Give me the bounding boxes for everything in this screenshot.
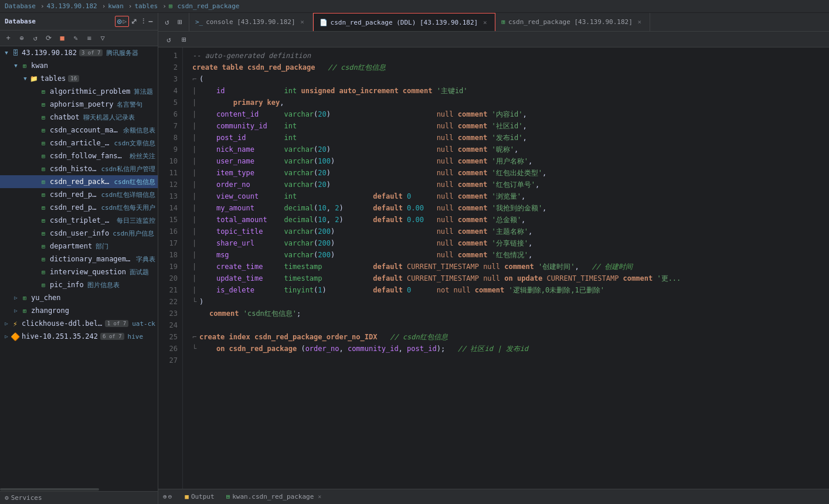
folder-name: tables — [40, 74, 66, 83]
expand-chevron[interactable]: ▼ — [21, 74, 29, 83]
table-icon: ⊞ — [39, 216, 48, 225]
run-btn[interactable]: ↺ — [163, 33, 175, 45]
tab-console[interactable]: >_ console [43.139.90.182] × — [189, 13, 313, 31]
table-item[interactable]: ▷ ⊞ chatbot 聊天机器人记录表 — [0, 111, 158, 124]
table-item[interactable]: ▷ ⊞ csdn_user_info csdn用户信息 — [0, 227, 158, 240]
expand-chevron[interactable]: ▼ — [2, 49, 11, 57]
services-bar: ⚙ Services — [0, 491, 158, 504]
code-line-8: | post_id int null comment '发布id', — [192, 132, 829, 144]
expand-chevron[interactable]: ▷ — [2, 332, 11, 340]
table-item[interactable]: ▷ ⊞ interview_question 面试题 — [0, 265, 158, 278]
tab-close-console[interactable]: × — [298, 18, 307, 26]
table-item[interactable]: ▷ ⊞ pic_info 图片信息表 — [0, 278, 158, 291]
data-icon: ⊞ — [501, 18, 505, 26]
code-line-26: └ on csdn_red_package (order_no, communi… — [192, 343, 829, 355]
panel-contract-btn[interactable]: ⊖ — [168, 493, 172, 500]
services-label: Services — [11, 494, 42, 502]
table-item[interactable]: ▷ ⊞ csdn_follow_fans_info 粉丝关注 — [0, 149, 158, 162]
refresh-tab-btn[interactable]: ↺ — [162, 17, 172, 28]
code-line-25: ⌐create index csdn_red_package_order_no_… — [192, 331, 829, 343]
code-line-1: -- auto-generated definition — [192, 50, 829, 62]
view-btn[interactable]: ≡ — [83, 32, 95, 44]
table-icon: ⊞ — [39, 113, 48, 122]
hive-icon: 🔶 — [11, 332, 20, 341]
schema-zhangrong[interactable]: ▷ ⊞ zhangrong — [0, 304, 158, 317]
conn-badge: 6 of 7 — [100, 333, 124, 340]
code-line-3: ⌐( — [192, 73, 829, 85]
connection-desc: 腾讯服务器 — [106, 49, 138, 57]
tab-close-data[interactable]: × — [636, 18, 644, 26]
table-icon: ⊞ — [39, 254, 48, 264]
expand-chevron[interactable]: ▷ — [2, 319, 11, 328]
table-item[interactable]: ▷ ⊞ csdn_history_session csdn私信用户管理 — [0, 162, 158, 175]
breadcrumb-db: Database — [5, 2, 36, 10]
table-icon: ⊞ — [39, 190, 48, 199]
tab-label: console [43.139.90.182] — [206, 18, 295, 26]
tab-data[interactable]: ⊞ csdn_red_package [43.139.90.182] × — [495, 13, 650, 31]
expand-chevron[interactable]: ▷ — [12, 307, 20, 315]
code-content[interactable]: -- auto-generated definition create tabl… — [183, 47, 829, 489]
tab-bar: ↺ ⊞ >_ console [43.139.90.182] × 📄 csdn_… — [158, 13, 829, 32]
sidebar: Database ⊙ ▷ ⤢ ⋮ − + ⊕ ↺ ⟳ ■ ✎ ≡ ▽ — [0, 13, 158, 504]
code-line-2: create table csdn_red_package // csdn红包信… — [192, 62, 829, 73]
table-item[interactable]: ▷ ⊞ csdn_red_package_detail_info csdn红包详… — [0, 188, 158, 201]
schema-yu-chen[interactable]: ▷ ⊞ yu_chen — [0, 291, 158, 304]
line-numbers: 12345 678910 1112131415 1617181920 21222… — [158, 47, 183, 489]
minimize-icon[interactable]: − — [148, 17, 153, 26]
more-icon[interactable]: ⋮ — [140, 18, 147, 25]
table-item-selected[interactable]: ▷ ⊞ csdn_red_package csdn红包信息 — [0, 175, 158, 188]
code-line-16: | topic_title varchar(200) null comment … — [192, 226, 829, 237]
refresh-btn[interactable]: ↺ — [29, 32, 41, 44]
table-item[interactable]: ▷ ⊞ csdn_red_package_total_rank_info csd… — [0, 201, 158, 214]
connection-item-1[interactable]: ▼ 🗄 43.139.90.182 3 of 7 腾讯服务器 — [0, 46, 158, 59]
breadcrumb-table: ⊞ csdn_red_package — [169, 2, 240, 10]
schema-icon: ⊞ — [20, 306, 29, 315]
table-icon: ⊞ — [39, 164, 48, 173]
expand-icon[interactable]: ▷ — [123, 18, 127, 25]
tab-ddl[interactable]: 📄 csdn_red_package (DDL) [43.139.90.182]… — [313, 13, 496, 31]
table-item[interactable]: ▷ ⊞ department 部门 — [0, 240, 158, 253]
target-icon[interactable]: ⊙ — [117, 17, 122, 26]
tab-bar-actions: ↺ ⊞ — [158, 13, 189, 31]
code-line-9: | nick_name varchar(20) null comment '昵称… — [192, 144, 829, 155]
edit-btn[interactable]: ✎ — [70, 32, 81, 44]
code-line-17: | share_url varchar(200) null comment '分… — [192, 237, 829, 249]
stop-btn[interactable]: ■ — [56, 32, 68, 44]
tab-output[interactable]: ■ Output — [181, 492, 218, 502]
table-item[interactable]: ▷ ⊞ aphorism_poetry 名言警句 — [0, 98, 158, 111]
expand-chevron[interactable]: ▼ — [12, 62, 20, 70]
panel-close-btn[interactable]: × — [318, 493, 321, 500]
code-line-24 — [192, 319, 829, 331]
tab-table-data[interactable]: ⊞ kwan.csdn_red_package × — [223, 492, 325, 502]
add-btn[interactable]: + — [2, 32, 14, 44]
table-item[interactable]: ▷ ⊞ csdn_article_info csdn文章信息 — [0, 137, 158, 149]
table-data-label: kwan.csdn_red_package — [232, 493, 314, 500]
schema-kwan[interactable]: ▼ ⊞ kwan — [0, 59, 158, 72]
connection-hive[interactable]: ▷ 🔶 hive-10.251.35.242 6 of 7 hive — [0, 330, 158, 343]
folder-tables[interactable]: ▼ 📁 tables 16 — [0, 72, 158, 85]
table-item[interactable]: ▷ ⊞ csdn_account_management 余额信息表 — [0, 124, 158, 137]
table-btn[interactable]: ⊞ — [178, 33, 190, 45]
tables-count: 16 — [68, 75, 79, 82]
breadcrumb-schema: kwan — [108, 2, 124, 10]
connection-clickhouse[interactable]: ▷ ⚡ clickhouse-ddl.belle.net.cn 1 of 7 u… — [0, 317, 158, 330]
panel-expand-btn[interactable]: ⊕ — [163, 493, 167, 500]
add-schema-btn[interactable]: ⊕ — [16, 32, 28, 44]
table-item[interactable]: ▷ ⊞ csdn_triplet_day_info 每日三连监控 — [0, 214, 158, 227]
code-line-4: | id int unsigned auto_increment comment… — [192, 85, 829, 97]
table-icon: ⊞ — [39, 203, 48, 212]
table-item[interactable]: ▷ ⊞ algorithmic_problem 算法题 — [0, 85, 158, 98]
services-icon: ⚙ — [5, 494, 9, 502]
filter-btn[interactable]: ▽ — [97, 32, 108, 44]
code-line-27 — [192, 355, 829, 366]
sync-btn[interactable]: ⟳ — [43, 32, 55, 44]
table-item[interactable]: ▷ ⊞ dictionary_management 字典表 — [0, 253, 158, 265]
grid-btn[interactable]: ⊞ — [175, 17, 185, 28]
code-line-5: | primary key, — [192, 97, 829, 108]
tab-close-ddl[interactable]: × — [481, 18, 489, 26]
schema-name: kwan — [31, 62, 48, 70]
expand-chevron[interactable]: ▷ — [12, 294, 20, 302]
connection-badge: 3 of 7 — [79, 49, 103, 56]
sidebar-highlight-icons[interactable]: ⊙ ▷ — [115, 16, 129, 27]
expand-all-icon[interactable]: ⤢ — [131, 17, 137, 26]
